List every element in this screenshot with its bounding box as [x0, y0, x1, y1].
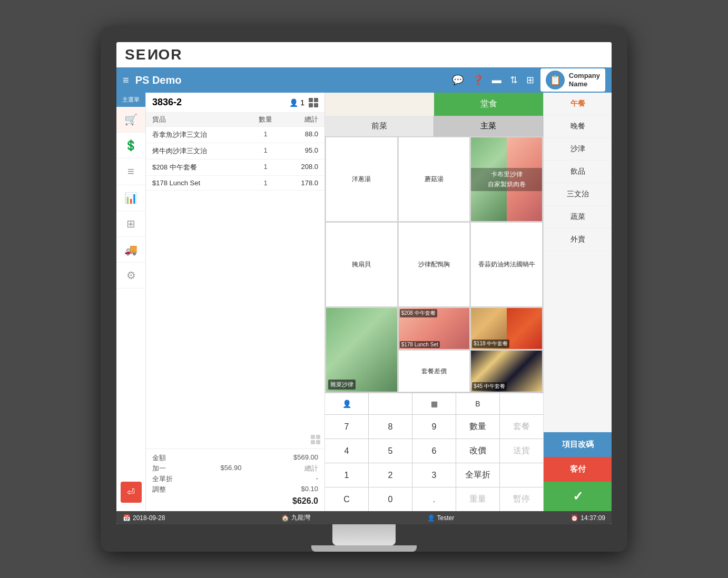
order-item-row[interactable]: 烤牛肉沙津三文治 1 95.0 — [146, 143, 324, 160]
numpad-qty[interactable]: 數量 — [456, 415, 499, 439]
clock-icon: ⏰ — [570, 514, 578, 522]
sidebar-item-delivery[interactable]: 🚚 — [116, 237, 145, 263]
right-cat-sandwich2[interactable]: 三文治 — [544, 183, 612, 206]
main-layout: 主選單 🛒 💲 ≡ 📊 ⊞ 🚚 — [116, 93, 612, 511]
guests-icon: 👤 — [289, 98, 298, 107]
header-icons: 💬 ❓ ▬ ⇅ ⊞ — [452, 74, 534, 86]
right-actions: 項目改碼 客付 ✓ — [544, 432, 612, 511]
table-layout-icon[interactable] — [309, 98, 318, 107]
sidebar-item-chart[interactable]: 📊 — [116, 185, 145, 211]
display-icon[interactable]: ▬ — [492, 75, 501, 86]
numpad-barcode-btn[interactable]: ▦ — [412, 393, 456, 414]
menu-item-178-lunch[interactable]: 雜菜沙律 — [326, 307, 398, 392]
footer-discount: 全單折 - — [152, 474, 318, 484]
numpad-pause[interactable]: 暫停 — [500, 487, 543, 511]
logout-button[interactable]: ⏎ — [121, 482, 142, 503]
menu-item-mushroom-soup[interactable]: 蘑菇湯 — [398, 137, 470, 222]
numpad-4[interactable]: 4 — [325, 439, 368, 463]
col-qty: 數量 — [250, 115, 281, 124]
order-spacer — [146, 284, 324, 449]
menu-item-118-set[interactable]: $118 中午套餐 — [470, 307, 543, 350]
sidebar-item-list[interactable]: ≡ — [116, 158, 145, 185]
action-confirm[interactable]: ✓ — [544, 482, 612, 511]
right-cat-takeaway[interactable]: 外賣 — [544, 228, 612, 251]
right-panel: 午餐 晚餐 沙津 飲品 三文治 蔬菜 外賣 項目改碼 客付 ✓ — [543, 93, 612, 511]
transfer-icon[interactable]: ⇅ — [510, 74, 518, 86]
guests-count: 1 — [300, 98, 304, 107]
numpad-6[interactable]: 6 — [412, 439, 456, 463]
right-cat-dinner[interactable]: 晚餐 — [544, 115, 612, 138]
numpad-full-discount[interactable]: 全單折 — [456, 463, 499, 487]
dine-tab-empty[interactable] — [325, 93, 434, 116]
sidebar-bottom: ⏎ — [121, 477, 142, 511]
order-footer: 金額 $569.00 加一 $56.90 總計 全單折 - 調整 $0.10 — [146, 449, 324, 511]
sidebar-item-warehouse[interactable]: ⊞ — [116, 211, 145, 237]
monitor-stand — [332, 524, 396, 545]
menu-item-scallop[interactable]: 腌扇貝 — [326, 222, 398, 307]
chart-icon: 📊 — [124, 192, 137, 204]
numpad-user-btn[interactable]: 👤 — [325, 393, 368, 414]
numpad-set[interactable]: 套餐 — [500, 415, 543, 439]
spacer-grid-icon — [311, 435, 320, 444]
status-time: ⏰ 14:37:09 — [570, 513, 605, 522]
numpad-5[interactable]: 5 — [369, 439, 412, 463]
menu-item-caprese[interactable]: 卡布里沙律 自家製烘肉卷 — [470, 137, 543, 222]
help-icon[interactable]: ❓ — [472, 74, 484, 86]
hamburger-menu-icon[interactable]: ≡ — [123, 74, 129, 86]
user-value: Tester — [437, 514, 455, 522]
action-change-code[interactable]: 項目改碼 — [544, 432, 612, 457]
menu-item-bottom-right: $118 中午套餐 $45 中午套餐 — [470, 307, 543, 392]
numpad-2[interactable]: 2 — [369, 463, 412, 487]
order-header: 3836-2 👤 1 — [146, 93, 324, 113]
warehouse-icon: ⊞ — [126, 217, 135, 230]
chat-icon[interactable]: 💬 — [452, 74, 464, 86]
numpad-3[interactable]: 3 — [412, 463, 456, 487]
menu-item-snail[interactable]: 香蒜奶油烤法國蝸牛 — [470, 222, 543, 307]
footer-grand-total: $626.0 — [152, 496, 318, 506]
numpad-1[interactable]: 1 — [325, 463, 368, 487]
cat-tab-starter[interactable]: 前菜 — [325, 116, 434, 136]
numpad-8[interactable]: 8 — [369, 415, 412, 439]
numpad-delivery[interactable]: 送貨 — [500, 439, 543, 463]
menu-item-duck[interactable]: 沙律配鴨胸 — [398, 222, 470, 307]
menu-item-onion-soup[interactable]: 洋蔥湯 — [326, 137, 398, 222]
sidebar-item-dollar[interactable]: 💲 — [116, 133, 145, 158]
right-cat-lunch[interactable]: 午餐 — [544, 93, 612, 115]
right-cat-drinks[interactable]: 飲品 — [544, 161, 612, 183]
monitor-base — [311, 545, 417, 552]
footer-plus: 加一 $56.90 總計 — [152, 464, 318, 473]
right-cat-sandwich[interactable]: 沙津 — [544, 138, 612, 161]
company-badge: 📋 Company Name — [540, 68, 605, 92]
grid-icon[interactable]: ⊞ — [526, 74, 534, 86]
right-cat-vegetables[interactable]: 蔬菜 — [544, 206, 612, 228]
action-customer-pay[interactable]: 客付 — [544, 457, 612, 482]
numpad-7[interactable]: 7 — [325, 415, 368, 439]
numpad-dot[interactable]: . — [412, 487, 456, 511]
menu-item-45-set[interactable]: $45 中午套餐 — [470, 350, 543, 392]
numpad-9[interactable]: 9 — [412, 415, 456, 439]
status-bar: 📅 2018-09-28 🏠 九龍灣 👤 Tester ⏰ 14:37:09 — [116, 511, 612, 524]
menu-item-178-set[interactable]: $178 Lunch Set $208 中午套餐 — [398, 307, 470, 350]
order-item-row[interactable]: $208 中午套餐 1 208.0 — [146, 160, 324, 176]
sidebar-main-menu[interactable]: 主選單 — [116, 93, 145, 107]
numpad-c[interactable]: C — [325, 487, 368, 511]
list-icon: ≡ — [127, 165, 134, 178]
numpad-change-price[interactable]: 改價 — [456, 439, 499, 463]
menu-item-set-diff[interactable]: 套餐差價 — [398, 350, 470, 392]
numpad-weight[interactable]: 重量 — [456, 487, 499, 511]
dine-tab-dine-in[interactable]: 堂食 — [434, 93, 543, 116]
numpad-0[interactable]: 0 — [369, 487, 412, 511]
order-item-row[interactable]: $178 Lunch Set 1 178.0 — [146, 176, 324, 191]
date-value: 2018-09-28 — [133, 514, 165, 522]
sidebar-item-cart[interactable]: 🛒 — [116, 107, 145, 133]
numpad-book-btn[interactable]: B — [456, 393, 499, 414]
status-date: 📅 2018-09-28 — [123, 513, 165, 522]
settings-icon: ⚙ — [126, 269, 136, 282]
cat-tab-main[interactable]: 主菜 — [434, 116, 543, 136]
order-item-row[interactable]: 吞拿魚沙津三文治 1 88.0 — [146, 127, 324, 143]
menu-area: 堂食 前菜 主菜 洋蔥湯 蘑菇湯 — [325, 93, 543, 511]
sidebar-item-settings[interactable]: ⚙ — [116, 263, 145, 288]
company-icon: 📋 — [546, 71, 565, 89]
cart-icon: 🛒 — [124, 113, 137, 126]
status-user: 👤 Tester — [427, 513, 455, 522]
